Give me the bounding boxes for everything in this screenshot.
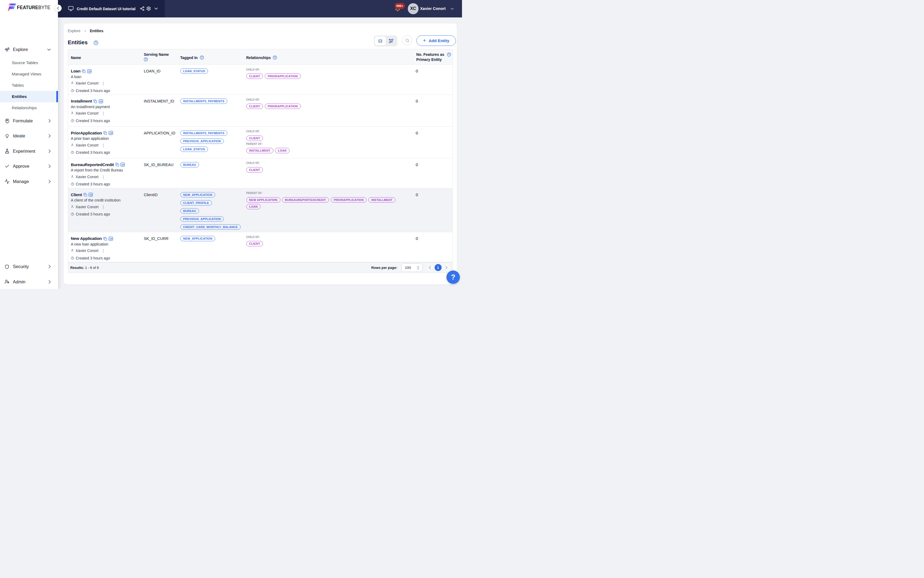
svg-text:ID: ID <box>99 100 102 103</box>
svg-text:ID: ID <box>121 164 124 166</box>
svg-text:ID: ID <box>89 194 92 196</box>
svg-text:ID: ID <box>109 237 112 240</box>
svg-text:ID: ID <box>88 70 91 73</box>
svg-text:ID: ID <box>109 132 112 135</box>
